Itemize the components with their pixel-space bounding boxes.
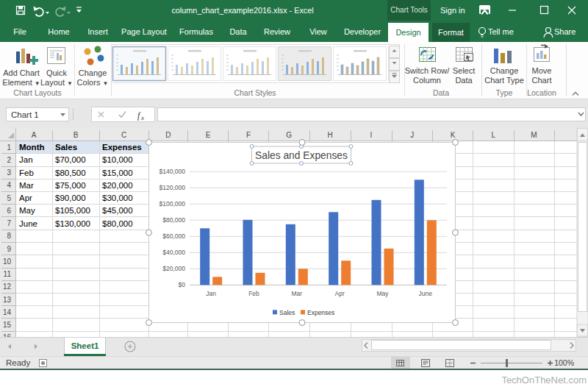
svg-text:Mar: Mar <box>291 290 302 297</box>
svg-text:$90,000: $90,000 <box>55 194 86 202</box>
svg-text:$20,000: $20,000 <box>102 181 133 190</box>
svg-text:D: D <box>165 131 171 139</box>
svg-text:7: 7 <box>7 219 11 227</box>
svg-text:Sales: Sales <box>279 309 295 316</box>
svg-text:Mar: Mar <box>19 181 34 190</box>
svg-text:$60,000: $60,000 <box>162 232 185 240</box>
svg-text:Chart Type: Chart Type <box>484 76 524 85</box>
svg-text:Data: Data <box>433 88 449 97</box>
svg-text:$100,000: $100,000 <box>159 200 186 207</box>
svg-text:C: C <box>121 131 126 139</box>
svg-text:Location: Location <box>527 88 556 97</box>
svg-text:$0: $0 <box>179 281 186 288</box>
svg-text:Switch Row/: Switch Row/ <box>405 66 450 75</box>
svg-text:x: x <box>140 114 144 121</box>
svg-text:Expenses: Expenses <box>102 143 142 152</box>
svg-text:Chart Layouts: Chart Layouts <box>13 88 61 97</box>
svg-text:Feb: Feb <box>248 290 259 297</box>
svg-text:100%: 100% <box>554 358 574 367</box>
svg-text:$30,000: $30,000 <box>102 194 133 202</box>
svg-text:12: 12 <box>3 283 12 291</box>
svg-text:Month: Month <box>19 143 44 152</box>
svg-text:$80,000: $80,000 <box>102 219 133 228</box>
svg-text:$75,000: $75,000 <box>55 181 86 190</box>
svg-text:Sales: Sales <box>55 143 77 152</box>
svg-text:Select: Select <box>453 66 476 75</box>
svg-text:I: I <box>370 131 373 139</box>
svg-text:$40,000: $40,000 <box>162 249 185 256</box>
svg-text:Colors ▼: Colors ▼ <box>77 78 109 87</box>
svg-text:May: May <box>376 290 389 297</box>
svg-text:J: J <box>410 131 414 139</box>
svg-text:13: 13 <box>3 296 12 304</box>
svg-text:Quick: Quick <box>46 68 68 77</box>
svg-text:E: E <box>206 131 211 139</box>
svg-text:M: M <box>531 131 537 139</box>
svg-text:Apr: Apr <box>335 290 345 297</box>
svg-text:G: G <box>286 131 292 139</box>
svg-text:15: 15 <box>3 321 12 329</box>
svg-text:Chart: Chart <box>532 76 552 85</box>
svg-text:$80,000: $80,000 <box>162 216 185 224</box>
svg-text:May: May <box>19 206 35 215</box>
svg-text:9: 9 <box>7 245 11 253</box>
svg-text:$10,000: $10,000 <box>102 155 133 164</box>
svg-text:5: 5 <box>7 194 11 202</box>
svg-text:K: K <box>451 131 456 139</box>
svg-text:F: F <box>246 131 251 139</box>
svg-text:Jan: Jan <box>206 290 216 297</box>
svg-text:$140,000: $140,000 <box>159 168 186 175</box>
svg-text:$70,000: $70,000 <box>55 155 86 164</box>
svg-text:Move: Move <box>532 66 552 75</box>
svg-text:$45,000: $45,000 <box>102 206 133 215</box>
svg-text:A: A <box>32 131 37 139</box>
svg-text:$15,000: $15,000 <box>102 168 133 177</box>
svg-text:Jan: Jan <box>19 155 33 164</box>
svg-text:Column: Column <box>413 76 441 85</box>
svg-text:2: 2 <box>7 156 11 164</box>
svg-text:B: B <box>74 131 79 139</box>
svg-text:3: 3 <box>7 168 11 177</box>
svg-text:June: June <box>19 219 37 228</box>
svg-text:Add Chart: Add Chart <box>3 68 40 77</box>
svg-text:10: 10 <box>3 258 12 266</box>
svg-text:Type: Type <box>496 88 513 97</box>
svg-text:Sales and Expenses: Sales and Expenses <box>255 150 348 161</box>
svg-text:$105,000: $105,000 <box>55 206 90 215</box>
svg-text:1: 1 <box>7 143 11 152</box>
svg-text:June: June <box>419 290 433 297</box>
svg-text:L: L <box>491 131 495 139</box>
svg-text:Expenses: Expenses <box>307 309 334 316</box>
svg-text:$130,000: $130,000 <box>55 219 90 228</box>
svg-text:Layout ▼: Layout ▼ <box>40 78 73 87</box>
svg-text:Data: Data <box>455 76 473 85</box>
svg-text:Change: Change <box>79 68 107 77</box>
svg-text:Apr: Apr <box>19 194 32 202</box>
svg-text:H: H <box>327 131 332 139</box>
svg-text:Chart Styles: Chart Styles <box>234 88 276 97</box>
svg-text:$20,000: $20,000 <box>162 265 185 272</box>
svg-text:Element ▼: Element ▼ <box>2 78 40 87</box>
svg-text:$120,000: $120,000 <box>159 184 186 191</box>
svg-text:6: 6 <box>7 207 11 215</box>
svg-text:8: 8 <box>7 232 11 240</box>
svg-text:4: 4 <box>7 181 11 189</box>
svg-text:11: 11 <box>4 270 12 278</box>
svg-text:Change: Change <box>490 66 519 75</box>
svg-text:Feb: Feb <box>19 168 34 177</box>
svg-text:14: 14 <box>3 308 12 316</box>
svg-text:$80,500: $80,500 <box>55 168 86 177</box>
